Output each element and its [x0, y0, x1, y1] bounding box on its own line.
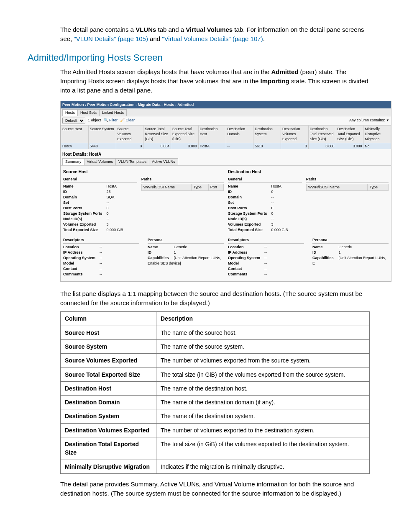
contains-label: Any column contains: ▼ [349, 118, 389, 123]
object-count: 1 object [88, 118, 101, 123]
tab-active-vluns[interactable]: Active VLUNs [149, 158, 178, 165]
section-intro: The Admitted Hosts screen displays hosts… [60, 67, 371, 95]
tab-linked-hosts[interactable]: Linked Hosts [99, 109, 127, 116]
tab-vlun-templates[interactable]: VLUN Templates [115, 158, 149, 165]
hosts-grid: Source Host Source System Source Volumes… [61, 125, 391, 149]
table-row[interactable]: HostA544030.0043.000HostA--561033.0003.0… [61, 143, 391, 149]
tab-host-sets[interactable]: Host Sets [77, 109, 100, 116]
filter-link[interactable]: 🔍 Filter [104, 118, 118, 123]
tab-virtual-volumes[interactable]: Virtual Volumes [84, 158, 116, 165]
source-host-panel: Source Host General NameHostA ID25 Domai… [63, 169, 224, 277]
intro-paragraph: The detail pane contains a VLUNs tab and… [60, 25, 371, 44]
host-details-title: Host Details: HostA [61, 149, 391, 159]
section-heading: Admitted/Importing Hosts Screen [28, 51, 371, 64]
screenshot-admitted-hosts: Peer Motion : Peer Motion Configuration … [60, 101, 391, 282]
primary-tabs: HostsHost SetsLinked Hosts [61, 108, 391, 116]
link-virtual-volumes-details[interactable]: "Virtual Volumes Details" (page 107) [162, 35, 263, 42]
tab-hosts[interactable]: Hosts [62, 109, 78, 116]
column-definitions-table: Column Description Source HostThe name o… [60, 311, 370, 474]
destination-host-panel: Destination Host General NameHostA ID0 D… [228, 169, 389, 277]
clear-link[interactable]: 🧹 Clear [120, 118, 135, 123]
view-select[interactable]: Default [62, 118, 85, 123]
detail-pane-description: The detail pane provides Summary, Active… [60, 480, 371, 498]
window-titlebar: Peer Motion : Peer Motion Configuration … [61, 101, 391, 108]
link-vlun-details[interactable]: "VLUN Details" (page 105) [74, 35, 148, 42]
detail-tabs: SummaryVirtual VolumesVLUN TemplatesActi… [61, 158, 391, 165]
tab-summary[interactable]: Summary [62, 158, 84, 165]
list-pane-description: The list pane displays a 1:1 mapping bet… [60, 289, 371, 308]
toolbar: Default 1 object 🔍 Filter 🧹 Clear Any co… [61, 116, 391, 125]
